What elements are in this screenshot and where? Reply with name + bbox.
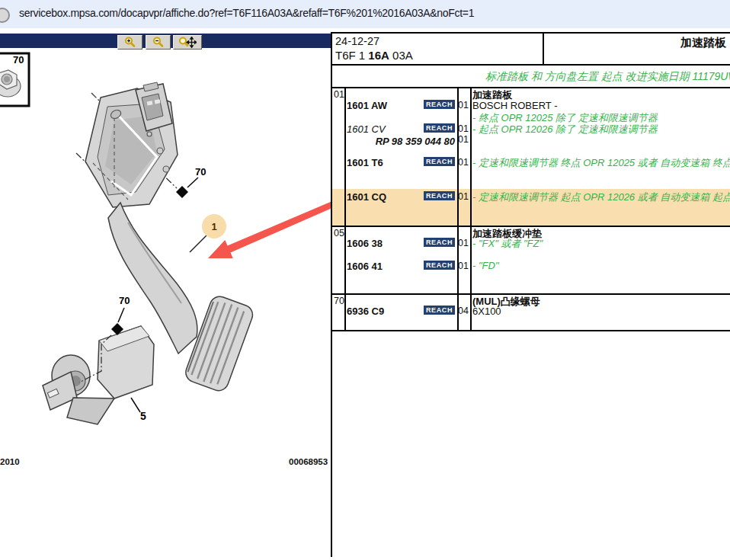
- part-ref[interactable]: 1601 CV: [347, 123, 386, 135]
- plate-code-right: 00068953: [289, 457, 328, 466]
- part-ref[interactable]: 1601 T6: [347, 157, 383, 168]
- group-index: 05: [334, 228, 344, 238]
- part-ref[interactable]: 6936 C9: [347, 306, 384, 317]
- group-index: 70: [334, 296, 344, 306]
- doc-reference: T6F 1 16A 03A: [335, 49, 413, 62]
- doc-date: 24-12-27: [335, 35, 379, 47]
- replacement-part-ref[interactable]: RP 98 359 044 80: [347, 136, 455, 147]
- variant-row-border: [331, 87, 730, 88]
- doc-ref-prefix: T6F 1: [335, 49, 368, 62]
- part-ref[interactable]: 1601 AW: [347, 100, 387, 111]
- part-desc-note: - "FX" 或者 "FZ": [472, 237, 543, 251]
- parts-catalog-page: servicebox.mpsa.com/docapvpr/affiche.do?…: [0, 0, 730, 560]
- lower-marker-label: 70: [119, 295, 130, 306]
- plate-code-left: 2010: [0, 457, 20, 466]
- reach-badge[interactable]: REACH: [424, 306, 455, 315]
- part-desc-note: - 定速和限速调节器 终点 OPR 12025 或者 自动变速箱 终点 OPR …: [472, 156, 730, 170]
- pedal-callout-1[interactable]: 1: [202, 214, 226, 238]
- part-qty: 01: [458, 134, 469, 145]
- part-desc-note: - "FD": [472, 260, 499, 271]
- doc-ref-bold: 16A: [368, 49, 389, 62]
- page-title: 加速踏板: [680, 36, 726, 50]
- pedal-pad: [183, 294, 255, 394]
- reach-badge[interactable]: REACH: [424, 191, 455, 200]
- reach-badge[interactable]: REACH: [424, 157, 455, 166]
- part-desc-note: - 定速和限速调节器 起点 OPR 12026 或者 自动变速箱 起点 OPR …: [472, 190, 730, 204]
- part-qty: 01: [458, 157, 469, 168]
- group-index: 01: [334, 89, 344, 100]
- part-ref[interactable]: 1606 41: [347, 261, 383, 272]
- part-qty: 01: [458, 238, 469, 248]
- reach-badge[interactable]: REACH: [424, 238, 455, 247]
- pedal-callout-1-label: 1: [211, 221, 216, 232]
- part-qty: 01: [458, 261, 469, 271]
- reach-badge[interactable]: REACH: [424, 123, 455, 133]
- part-qty: 04: [458, 306, 469, 316]
- table-bottom-border: [331, 330, 730, 331]
- selection-arrow: [208, 201, 335, 258]
- inset-part-label: 70: [13, 54, 24, 66]
- reach-badge[interactable]: REACH: [424, 100, 455, 109]
- part-desc-note: - 起点 OPR 12026 除了 定速和限速调节器: [472, 123, 658, 136]
- part-ref-selected[interactable]: 1601 CQ: [347, 191, 386, 203]
- callout-1-leader: [190, 235, 207, 252]
- part-qty: 01: [458, 100, 469, 110]
- buffer-callout-5: 5: [140, 410, 146, 422]
- part-desc: BOSCH ROBERT -: [472, 100, 557, 111]
- table-top-border: [331, 32, 730, 34]
- doc-ref-suffix: 03A: [389, 49, 413, 62]
- pedal-exploded-diagram: [0, 0, 335, 560]
- upper-marker-label: 70: [195, 166, 206, 178]
- reach-badge[interactable]: REACH: [424, 261, 455, 270]
- pedal-buffer-part: [43, 326, 154, 424]
- callout-5-leader: [131, 398, 140, 412]
- part-ref[interactable]: 1606 38: [347, 238, 383, 249]
- part-qty: 01: [458, 123, 469, 134]
- header-cell-divider: [543, 34, 544, 65]
- variant-note: 标准踏板 和 方向盘左置 起点 改进实施日期 11179UW: [485, 70, 730, 84]
- part-qty: 01: [458, 191, 469, 202]
- upper-70-marker: [176, 178, 198, 198]
- header-bottom-border: [331, 64, 730, 66]
- part-desc: 6X100: [472, 306, 501, 317]
